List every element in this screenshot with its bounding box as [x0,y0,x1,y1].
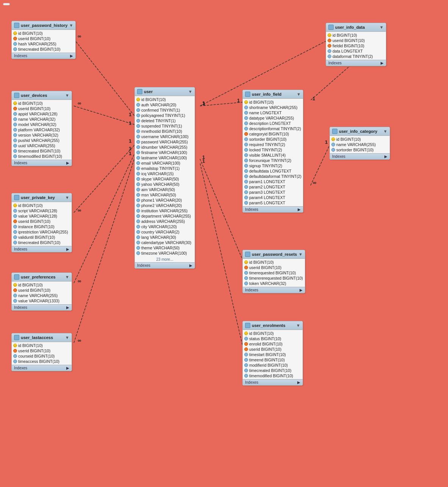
regular-field-icon [13,225,17,229]
table-header-user_private_key[interactable]: user_private_key ▼ [12,193,72,202]
field-row: param2 LONGTEXT [243,184,303,190]
expand-icon[interactable]: ▶ [381,61,384,65]
expand-icon[interactable]: ▶ [66,161,69,165]
field-name: userid BIGINT(10) [18,36,50,41]
field-row: username VARCHAR(100) [135,134,195,139]
field-name: courseid BIGINT(10) [18,354,55,358]
table-header-user_enrolments[interactable]: user_enrolments ▼ [243,321,303,330]
dropdown-arrow-icon[interactable]: ▼ [379,25,384,30]
field-name: userid BIGINT(10) [18,106,50,111]
table-footer-user_lastaccess[interactable]: Indexes ▶ [12,365,72,371]
field-name: id BIGINT(10) [141,97,166,102]
regular-field-icon [244,143,248,146]
fk-field-icon [13,107,17,110]
regular-field-icon [13,128,17,132]
field-name: confirmed TINYINT(1) [141,108,180,112]
table-user_preferences: user_preferences ▼🔑id BIGINT(10)userid B… [11,272,72,311]
regular-field-icon [136,225,140,229]
fk-field-icon [13,288,17,292]
expand-icon[interactable]: ▶ [66,366,69,370]
field-name: required TINYINT(2) [249,142,285,147]
table-footer-user_devices[interactable]: Indexes ▶ [12,160,72,166]
field-row: timemodified BIGINT(10) [243,373,303,378]
expand-icon[interactable]: ▶ [297,380,300,384]
dropdown-arrow-icon[interactable]: ▼ [296,323,300,328]
table-title: user_password_resets [252,252,297,257]
field-row: institution VARCHAR(255) [135,208,195,213]
key-field-icon: 🔑 [13,101,17,105]
dropdown-arrow-icon[interactable]: ▼ [188,89,192,94]
expand-icon[interactable]: ▶ [66,305,69,310]
table-header-user_password_resets[interactable]: user_password_resets ▼ [243,250,305,259]
field-name: policyagreed TINYINT(1) [141,113,185,118]
more-fields-link[interactable]: 23 more... [135,257,195,262]
table-body-user_info_field: 🔑id BIGINT(10)shortname VARCHAR(255)name… [243,99,303,206]
field-row: pushid VARCHAR(255) [12,138,72,143]
field-row: timecreated BIGINT(10) [12,240,72,245]
regular-field-icon [244,190,248,194]
field-row: timeaccess BIGINT(10) [12,359,72,364]
table-header-user_info_data[interactable]: user_info_data ▼ [326,23,386,32]
regular-field-icon [13,138,17,142]
dropdown-arrow-icon[interactable]: ▼ [65,335,69,340]
dropdown-arrow-icon[interactable]: ▼ [298,252,303,257]
table-footer-user_password_history[interactable]: Indexes ▶ [12,53,75,59]
field-name: param2 LONGTEXT [249,185,285,189]
table-header-user_preferences[interactable]: user_preferences ▼ [12,273,72,282]
expand-icon[interactable]: ▶ [66,247,69,251]
regular-field-icon [244,201,248,205]
field-name: id BIGINT(10) [249,100,274,104]
dropdown-arrow-icon[interactable]: ▼ [65,195,69,200]
dropdown-arrow-icon[interactable]: ▼ [383,129,387,134]
field-name: model VARCHAR(32) [18,122,56,127]
field-row: visible SMALLINT(4) [243,152,303,158]
field-name: defaultdata LONGTEXT [249,169,291,173]
table-footer-user[interactable]: Indexes ▶ [135,262,195,268]
regular-field-icon [136,145,140,149]
key-field-icon: 🔑 [244,331,248,335]
field-row: theme VARCHAR(50) [135,245,195,251]
expand-icon[interactable]: ▶ [384,154,387,159]
expand-icon[interactable]: ▶ [70,54,73,58]
field-row: timezone VARCHAR(100) [135,251,195,256]
dropdown-arrow-icon[interactable]: ▼ [65,93,69,98]
field-name: id BIGINT(10) [18,283,43,287]
indexes-label: Indexes [14,161,27,165]
dropdown-arrow-icon[interactable]: ▼ [65,275,69,279]
field-row: 🔑id BIGINT(10) [12,101,72,106]
field-row: timecreated BIGINT(10) [243,368,303,373]
regular-field-icon [136,214,140,218]
field-row: 🔑id BIGINT(10) [12,31,75,36]
table-footer-user_info_field[interactable]: Indexes ▶ [243,206,303,212]
table-header-user_lastaccess[interactable]: user_lastaccess ▼ [12,333,72,342]
dropdown-arrow-icon[interactable]: ▼ [69,23,73,28]
table-footer-user_info_category[interactable]: Indexes ▶ [330,153,390,159]
table-footer-user_private_key[interactable]: Indexes ▶ [12,246,72,252]
field-name: param3 LONGTEXT [249,190,285,194]
field-row: timerererequested BIGINT(10) [243,275,305,281]
expand-icon[interactable]: ▶ [298,207,301,212]
rel-label: ∞ [78,33,81,39]
table-footer-user_info_data[interactable]: Indexes ▶ [326,60,386,66]
field-name: lang VARCHAR(30) [141,235,176,240]
regular-field-icon [136,198,140,202]
table-header-user_info_field[interactable]: user_info_field ▼ [243,90,303,99]
field-row: 🔑id BIGINT(10) [243,100,303,105]
expand-icon[interactable]: ▶ [189,263,192,268]
field-name: forceunique TINYINT(2) [249,158,291,163]
table-footer-user_enrolments[interactable]: Indexes ▶ [243,379,303,385]
expand-icon[interactable]: ▶ [300,288,303,292]
dropdown-arrow-icon[interactable]: ▼ [297,92,301,96]
table-title: user_info_data [335,25,365,30]
indexes-label: Indexes [328,61,342,65]
table-header-user_password_history[interactable]: user_password_history ▼ [12,21,75,30]
table-header-user_info_category[interactable]: user_info_category ▼ [330,127,390,136]
field-row: required TINYINT(2) [243,142,303,147]
table-footer-user_preferences[interactable]: Indexes ▶ [12,304,72,310]
table-header-user[interactable]: user ▼ [135,87,195,96]
field-row: timestart BIGINT(10) [243,352,303,357]
field-name: theme VARCHAR(50) [141,246,180,250]
regular-field-icon [331,143,335,146]
table-header-user_devices[interactable]: user_devices ▼ [12,91,72,100]
table-footer-user_password_resets[interactable]: Indexes ▶ [243,287,305,293]
